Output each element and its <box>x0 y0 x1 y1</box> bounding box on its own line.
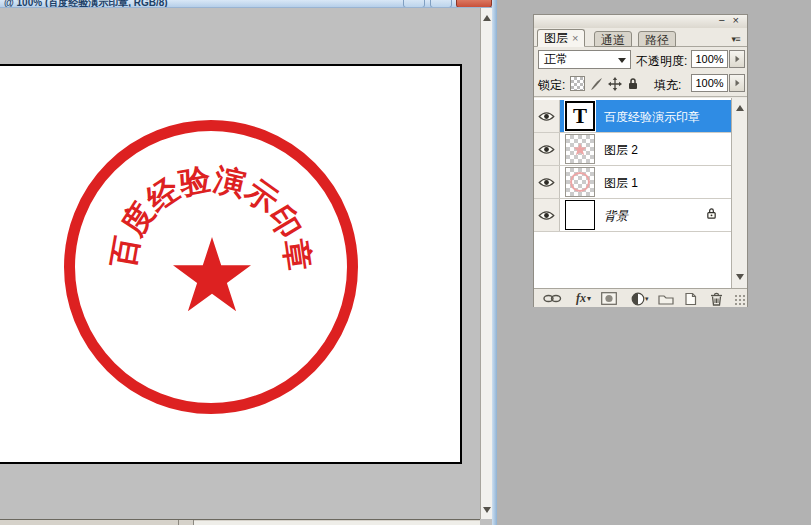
document-title: @ 100% (百度经验演示印章, RGB/8) <box>4 0 168 8</box>
layer-name[interactable]: 背景 <box>604 208 628 225</box>
chevron-down-icon <box>618 58 626 63</box>
panel-resize-grip[interactable] <box>734 294 745 305</box>
layer-list-scrollbar[interactable] <box>731 98 747 288</box>
panel-minimize-icon[interactable]: − <box>719 15 725 26</box>
new-group-icon[interactable] <box>658 291 674 306</box>
panel-titlebar[interactable]: − × <box>534 15 747 28</box>
blend-mode-row: 正常 不透明度: 100% <box>534 48 747 72</box>
eye-icon <box>538 144 555 155</box>
lock-row: 锁定: 填充: 100% <box>534 72 747 97</box>
layer-row-2[interactable]: 图层 2 <box>534 133 733 166</box>
adjustment-layer-icon[interactable]: ▾ <box>631 291 649 306</box>
lock-transparency-icon[interactable] <box>570 76 585 91</box>
layer-thumbnail-text[interactable]: T <box>565 101 595 131</box>
fx-label: fx <box>576 291 586 306</box>
tab-label: 路径 <box>645 33 669 47</box>
layer-list: T 百度经验演示印章 图层 2 图层 1 背景 <box>534 98 747 288</box>
layer-row-text[interactable]: T 百度经验演示印章 <box>534 100 733 133</box>
link-layers-icon[interactable] <box>543 291 562 306</box>
layer-thumbnail-star[interactable] <box>565 134 595 164</box>
stamp-star <box>157 223 267 333</box>
layer-row-background[interactable]: 背景 <box>534 199 733 232</box>
new-layer-icon[interactable] <box>683 291 697 306</box>
layer-name[interactable]: 百度经验演示印章 <box>604 109 700 126</box>
lock-position-icon[interactable] <box>607 76 622 91</box>
layer-row-1[interactable]: 图层 1 <box>534 166 733 199</box>
tab-label: 图层 <box>544 31 568 45</box>
tab-close-icon[interactable]: × <box>572 32 578 44</box>
eye-icon <box>538 111 555 122</box>
document-window: @ 100% (百度经验演示印章, RGB/8) 百度经验演示印章 <box>0 0 497 525</box>
panel-menu-icon[interactable]: ▾≡ <box>727 34 744 46</box>
stamp-text-char: 验 <box>177 163 213 199</box>
minimize-button[interactable] <box>403 0 425 8</box>
scroll-up-icon[interactable] <box>482 12 492 24</box>
close-button[interactable] <box>456 0 492 8</box>
opacity-label: 不透明度: <box>636 53 687 70</box>
layer-style-icon[interactable]: fx▾ <box>576 291 591 306</box>
stamp-text-char: 百 <box>107 234 143 270</box>
maximize-button[interactable] <box>430 0 452 8</box>
visibility-toggle[interactable] <box>534 133 560 165</box>
fill-label: 填充: <box>654 77 681 94</box>
visibility-toggle[interactable] <box>534 166 560 198</box>
stamp-text-char: 章 <box>280 237 315 272</box>
blend-mode-select[interactable]: 正常 <box>538 50 631 69</box>
opacity-input[interactable]: 100% <box>691 50 728 68</box>
lock-icon <box>706 207 717 223</box>
lock-paint-icon[interactable] <box>589 76 604 91</box>
panel-bottom-bar: fx▾ ▾ <box>534 288 747 307</box>
visibility-toggle[interactable] <box>534 100 560 132</box>
blend-mode-value: 正常 <box>544 52 568 66</box>
layer-thumbnail-background[interactable] <box>565 200 595 230</box>
statusbar-divider <box>178 520 179 525</box>
vertical-scrollbar[interactable] <box>480 8 492 519</box>
layers-panel: − × 图层× 通道 路径 ▾≡ 正常 不透明度: 100% 锁定: <box>533 14 748 307</box>
scroll-up-icon[interactable] <box>734 101 745 114</box>
horizontal-scrollbar[interactable] <box>194 521 480 525</box>
eye-icon <box>538 210 555 221</box>
circle-shape <box>570 172 590 192</box>
layer-name[interactable]: 图层 1 <box>604 175 638 192</box>
fill-input[interactable]: 100% <box>691 74 728 92</box>
tab-paths[interactable]: 路径 <box>638 31 676 47</box>
add-layer-mask-icon[interactable] <box>601 291 617 306</box>
document-statusbar <box>0 519 480 525</box>
panel-tab-bar: 图层× 通道 路径 <box>534 28 747 47</box>
fill-slider-button[interactable] <box>729 74 745 92</box>
lock-label: 锁定: <box>538 77 565 94</box>
visibility-toggle[interactable] <box>534 199 560 231</box>
canvas[interactable]: 百度经验演示印章 <box>0 64 462 464</box>
tab-layers[interactable]: 图层× <box>537 29 585 47</box>
scroll-down-icon[interactable] <box>482 504 492 516</box>
panel-close-icon[interactable]: × <box>733 15 739 26</box>
window-frame-edge <box>492 0 497 525</box>
layer-name[interactable]: 图层 2 <box>604 142 638 159</box>
eye-icon <box>538 177 555 188</box>
document-titlebar[interactable]: @ 100% (百度经验演示印章, RGB/8) <box>0 0 497 8</box>
tab-label: 通道 <box>601 33 625 47</box>
opacity-slider-button[interactable] <box>729 50 745 68</box>
layer-thumbnail-circle[interactable] <box>565 167 595 197</box>
lock-all-icon[interactable] <box>625 76 640 91</box>
scroll-down-icon[interactable] <box>734 270 745 283</box>
tab-channels[interactable]: 通道 <box>594 31 632 47</box>
delete-layer-icon[interactable] <box>710 291 723 306</box>
